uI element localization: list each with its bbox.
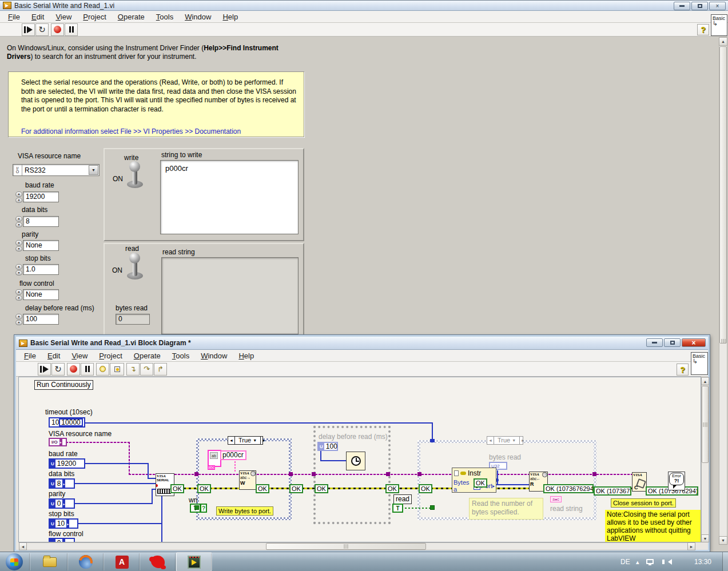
run-button[interactable]: [22, 23, 35, 36]
visa-write-node[interactable]: VISA abc→ W ◷: [239, 470, 256, 490]
close-button[interactable]: ×: [682, 338, 706, 347]
menu-file[interactable]: File: [2, 11, 26, 22]
taskbar-explorer-button[interactable]: [32, 552, 67, 571]
menu-tools[interactable]: Tools: [166, 350, 195, 361]
taskbar-labview-button[interactable]: [176, 552, 212, 571]
vi-icon[interactable]: Basic ↳: [711, 14, 727, 36]
taskbar-app-button[interactable]: [140, 552, 176, 571]
vi-icon[interactable]: Basic ↳: [691, 352, 708, 375]
minimize-button[interactable]: [674, 2, 690, 10]
string-constant-value[interactable]: p000cr: [220, 450, 246, 460]
minimize-button[interactable]: [646, 338, 663, 347]
bd-scroll-up[interactable]: ▲: [701, 377, 709, 385]
documentation-link[interactable]: For additional information select File >…: [21, 127, 241, 135]
run-continuously-button[interactable]: ↻: [35, 23, 49, 36]
parity-field[interactable]: None: [23, 240, 59, 251]
flow-control-field[interactable]: None: [23, 289, 59, 300]
menu-view[interactable]: View: [66, 350, 93, 361]
menu-window[interactable]: Window: [195, 350, 233, 361]
data-bits-field[interactable]: 8: [23, 216, 59, 227]
wait-ms-node[interactable]: [346, 452, 365, 470]
highlight-execution-button[interactable]: [96, 363, 109, 376]
menu-file[interactable]: File: [18, 350, 42, 361]
menu-help[interactable]: Help: [233, 350, 260, 361]
retain-wire-values-button[interactable]: [110, 363, 124, 376]
menu-operate[interactable]: Operate: [128, 350, 166, 361]
help-button[interactable]: ?: [677, 364, 689, 376]
step-out-button[interactable]: ↱: [154, 363, 167, 376]
bd-vscroll-thumb[interactable]: [702, 386, 709, 463]
write-case-selector[interactable]: ◄True▼►: [228, 436, 263, 445]
flow-control-terminal[interactable]: U0▸: [49, 538, 75, 542]
start-button[interactable]: [6, 553, 23, 570]
block-diagram-titlebar[interactable]: Basic Serial Write and Read_1.vi Block D…: [16, 337, 708, 350]
step-over-button[interactable]: ↷: [140, 363, 153, 376]
menu-help[interactable]: Help: [217, 11, 244, 22]
tray-expand-icon[interactable]: ▴: [636, 558, 639, 566]
baud-rate-terminal[interactable]: U19200: [49, 458, 85, 469]
baud-rate-field[interactable]: 19200: [23, 191, 59, 202]
block-diagram-canvas[interactable]: Run Continuously timeout (10sec) 10 1000…: [19, 377, 701, 542]
abort-button[interactable]: [51, 23, 64, 36]
read-toggle-switch[interactable]: [125, 254, 145, 281]
stop-bits-terminal[interactable]: U10▸: [49, 518, 78, 529]
bd-scroll-down[interactable]: ▼: [701, 534, 709, 542]
stop-bits-field[interactable]: 1.0: [23, 264, 59, 275]
front-panel-titlebar[interactable]: Basic Serial Write and Read_1.vi: [0, 1, 728, 11]
menu-project[interactable]: Project: [77, 11, 112, 22]
baud-rate-spinner[interactable]: ▲▼: [15, 191, 22, 203]
timeout-constant[interactable]: 10 10000: [49, 417, 85, 428]
run-button[interactable]: [38, 363, 51, 376]
simple-error-handler-node[interactable]: Error ?!: [668, 472, 685, 490]
menu-edit[interactable]: Edit: [26, 11, 50, 22]
tray-clock[interactable]: 13:30: [694, 558, 711, 566]
taskbar-adobe-reader-button[interactable]: A: [104, 552, 140, 571]
menu-window[interactable]: Window: [179, 11, 217, 22]
parity-terminal[interactable]: U0▸: [49, 498, 75, 509]
tray-language[interactable]: DE: [620, 558, 630, 566]
fp-vscroll-thumb[interactable]: [719, 46, 727, 344]
menu-tools[interactable]: Tools: [150, 11, 179, 22]
menu-edit[interactable]: Edit: [42, 350, 66, 361]
visa-resource-combo[interactable]: I/O RS232 ▼: [13, 164, 100, 176]
run-continuously-button[interactable]: ↻: [51, 363, 65, 376]
visa-resource-terminal[interactable]: I/O ▸: [49, 438, 67, 446]
write-toggle-switch[interactable]: [125, 162, 145, 190]
data-bits-terminal[interactable]: U8▸: [49, 478, 75, 489]
read-boolean-terminal[interactable]: T: [392, 504, 403, 513]
pause-button[interactable]: [65, 23, 78, 36]
string-to-write-textarea[interactable]: p000cr: [160, 160, 299, 234]
fp-scroll-up[interactable]: ▲: [719, 37, 727, 46]
bd-scroll-right[interactable]: ►: [687, 542, 695, 550]
close-button[interactable]: ×: [709, 2, 726, 10]
step-into-button[interactable]: ↴: [126, 363, 140, 376]
stop-bits-spinner[interactable]: ▲▼: [15, 264, 22, 275]
fp-scroll-down[interactable]: ▼: [719, 536, 727, 545]
flow-control-spinner[interactable]: ▲▼: [15, 289, 22, 301]
run-continuously-note[interactable]: Run Continuously: [34, 380, 93, 390]
dropdown-arrow-icon[interactable]: ▼: [89, 165, 98, 175]
menu-view[interactable]: View: [50, 11, 77, 22]
bd-scroll-left[interactable]: ◄: [19, 542, 27, 550]
taskbar-firefox-button[interactable]: [68, 552, 104, 571]
abort-button[interactable]: [67, 363, 80, 376]
read-string-textarea[interactable]: [161, 257, 299, 334]
maximize-button[interactable]: [664, 338, 681, 347]
string-constant-frame[interactable]: ab abc: [208, 450, 221, 467]
menu-operate[interactable]: Operate: [112, 11, 150, 22]
parity-spinner[interactable]: ▲▼: [15, 240, 22, 251]
network-tray-icon[interactable]: [646, 559, 654, 564]
read-string-terminal[interactable]: a●c: [550, 496, 562, 502]
delay-constant[interactable]: U100: [317, 442, 338, 451]
delay-spinner[interactable]: ▲▼: [15, 314, 22, 325]
read-case-selector[interactable]: ◄True▼►: [487, 436, 523, 445]
volume-tray-icon[interactable]: [668, 559, 672, 565]
visa-close-node[interactable]: VISA C: [632, 472, 647, 492]
restore-button[interactable]: [691, 2, 708, 10]
menu-project[interactable]: Project: [93, 350, 128, 361]
delay-field[interactable]: 100: [23, 314, 59, 325]
show-desktop-button[interactable]: [722, 552, 728, 571]
pause-button[interactable]: [81, 363, 94, 376]
help-button[interactable]: ?: [697, 24, 709, 35]
data-bits-spinner[interactable]: ▲▼: [15, 216, 22, 227]
